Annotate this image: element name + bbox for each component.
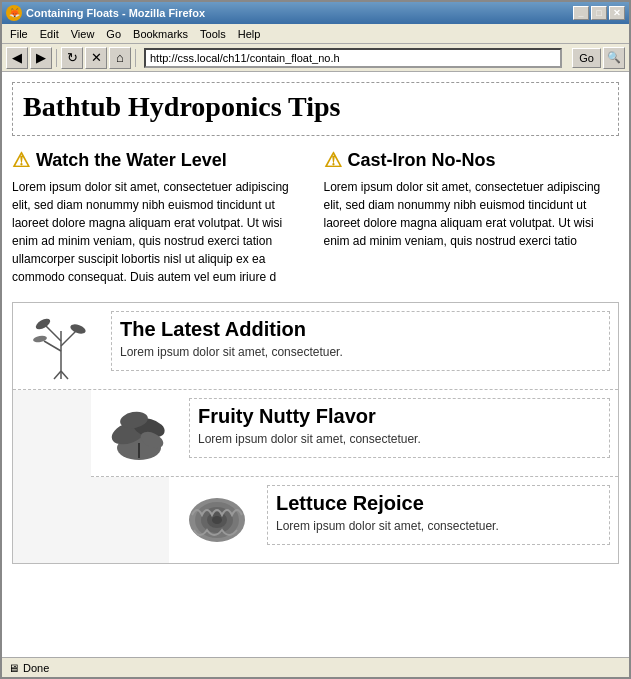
leafy-icon <box>104 398 174 468</box>
column-2: ⚠ Cast-Iron No-Nos Lorem ipsum dolor sit… <box>324 148 620 286</box>
menu-edit[interactable]: Edit <box>34 26 65 42</box>
search-button[interactable]: 🔍 <box>603 47 625 69</box>
page-title: Bathtub Hydroponics Tips <box>12 82 619 136</box>
card-1-content: The Latest Addition Lorem ipsum dolor si… <box>111 311 610 371</box>
forward-button[interactable]: ▶ <box>30 47 52 69</box>
warning-icon-1: ⚠ <box>12 148 30 172</box>
card-3-content: Lettuce Rejoice Lorem ipsum dolor sit am… <box>267 485 610 545</box>
col2-heading-text: Cast-Iron No-Nos <box>348 150 496 171</box>
card-3: Lettuce Rejoice Lorem ipsum dolor sit am… <box>169 477 618 563</box>
browser-window: 🦊 Containing Floats - Mozilla Firefox _ … <box>0 0 631 679</box>
cards-section: The Latest Addition Lorem ipsum dolor si… <box>12 302 619 564</box>
col2-heading: ⚠ Cast-Iron No-Nos <box>324 148 620 172</box>
card-2-image <box>99 398 179 468</box>
card-2-content: Fruity Nutty Flavor Lorem ipsum dolor si… <box>189 398 610 458</box>
status-icon: 🖥 <box>8 662 19 674</box>
window-title: Containing Floats - Mozilla Firefox <box>26 7 573 19</box>
card-1: The Latest Addition Lorem ipsum dolor si… <box>13 303 618 390</box>
stop-button[interactable]: ✕ <box>85 47 107 69</box>
col1-heading: ⚠ Watch the Water Level <box>12 148 308 172</box>
card-3-image <box>177 485 257 555</box>
card-1-image <box>21 311 101 381</box>
col1-text: Lorem ipsum dolor sit amet, consectetuer… <box>12 178 308 286</box>
status-text: Done <box>23 662 49 674</box>
svg-line-2 <box>61 331 76 346</box>
card-2: Fruity Nutty Flavor Lorem ipsum dolor si… <box>91 390 618 477</box>
card-2-desc: Lorem ipsum dolor sit amet, consectetuer… <box>198 432 601 446</box>
menu-file[interactable]: File <box>4 26 34 42</box>
toolbar: ◀ ▶ ↻ ✕ ⌂ Go 🔍 <box>2 44 629 72</box>
svg-line-3 <box>44 341 61 351</box>
card-3-desc: Lorem ipsum dolor sit amet, consectetuer… <box>276 519 601 533</box>
lettuce-icon <box>182 485 252 555</box>
home-button[interactable]: ⌂ <box>109 47 131 69</box>
svg-line-8 <box>61 371 68 379</box>
address-bar <box>144 48 562 68</box>
two-column-section: ⚠ Watch the Water Level Lorem ipsum dolo… <box>12 148 619 286</box>
close-button[interactable]: ✕ <box>609 6 625 20</box>
svg-point-5 <box>69 323 87 336</box>
svg-point-20 <box>212 516 222 524</box>
menu-tools[interactable]: Tools <box>194 26 232 42</box>
menu-help[interactable]: Help <box>232 26 267 42</box>
card-1-title: The Latest Addition <box>120 318 601 341</box>
toolbar-separator-2 <box>135 49 136 67</box>
reload-button[interactable]: ↻ <box>61 47 83 69</box>
menu-view[interactable]: View <box>65 26 101 42</box>
menu-bookmarks[interactable]: Bookmarks <box>127 26 194 42</box>
svg-line-1 <box>46 326 61 341</box>
status-bar: 🖥 Done <box>2 657 629 677</box>
col1-heading-text: Watch the Water Level <box>36 150 227 171</box>
browser-content: Bathtub Hydroponics Tips ⚠ Watch the Wat… <box>2 72 629 657</box>
sprout-icon <box>26 311 96 381</box>
warning-icon-2: ⚠ <box>324 148 342 172</box>
address-input[interactable] <box>144 48 562 68</box>
menu-go[interactable]: Go <box>100 26 127 42</box>
column-1: ⚠ Watch the Water Level Lorem ipsum dolo… <box>12 148 308 286</box>
maximize-button[interactable]: □ <box>591 6 607 20</box>
col2-text: Lorem ipsum dolor sit amet, consectetuer… <box>324 178 620 250</box>
card-3-title: Lettuce Rejoice <box>276 492 601 515</box>
window-controls: _ □ ✕ <box>573 6 625 20</box>
card-2-title: Fruity Nutty Flavor <box>198 405 601 428</box>
title-bar: 🦊 Containing Floats - Mozilla Firefox _ … <box>2 2 629 24</box>
minimize-button[interactable]: _ <box>573 6 589 20</box>
browser-icon: 🦊 <box>6 5 22 21</box>
card-1-desc: Lorem ipsum dolor sit amet, consectetuer… <box>120 345 601 359</box>
go-button[interactable]: Go <box>572 48 601 68</box>
toolbar-separator-1 <box>56 49 57 67</box>
svg-line-7 <box>54 371 61 379</box>
back-button[interactable]: ◀ <box>6 47 28 69</box>
menu-bar: File Edit View Go Bookmarks Tools Help <box>2 24 629 44</box>
